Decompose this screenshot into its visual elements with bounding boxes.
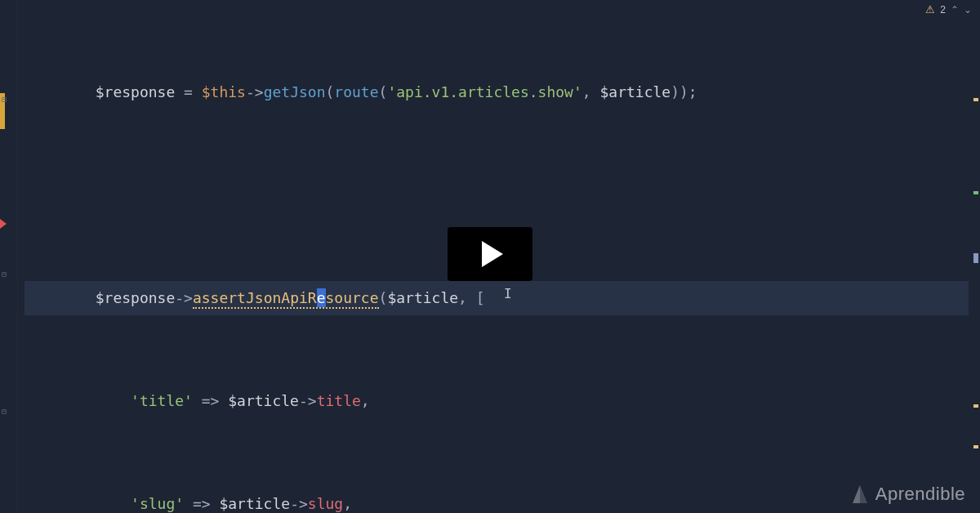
fold-icon[interactable]: ⊟ [2,95,7,104]
play-button[interactable] [448,227,532,281]
method-call: getJson [264,83,326,100]
scroll-marker [973,191,978,194]
fold-icon[interactable]: ⊟ [2,407,7,416]
editor-gutter: ⊟ ⊟ ⊟ [0,0,18,513]
brand-name: Aprendible [875,484,965,505]
text-selection: e [317,288,326,307]
scroll-warning-marker [973,445,978,448]
fold-icon[interactable]: ⊟ [2,270,7,279]
scroll-marker [973,253,978,263]
scrollbar-overview[interactable] [972,0,978,513]
scroll-warning-marker [973,404,978,408]
text-cursor-icon: 𝙸 [504,286,512,301]
variable: $response [96,83,176,100]
gutter-error-marker [0,219,7,229]
brand-logo-icon [851,484,869,505]
active-line: $response->assertJsonApiResource($articl… [24,281,969,315]
brand-watermark: Aprendible [851,484,965,505]
play-icon [482,241,503,267]
scroll-warning-marker [973,98,978,101]
